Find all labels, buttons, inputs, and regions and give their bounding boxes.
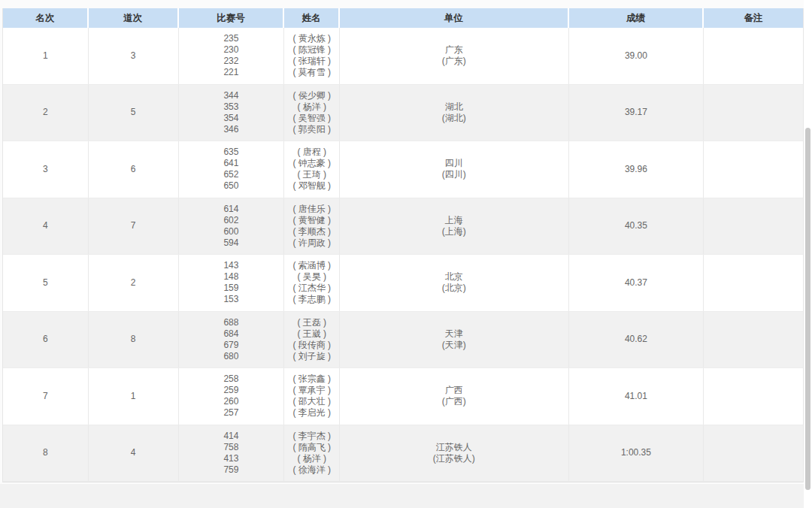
- vertical-scrollbar[interactable]: [804, 0, 812, 508]
- result-cell: 1:00.35: [569, 425, 704, 482]
- result-cell: 39.17: [569, 85, 704, 141]
- name-cell: ( 侯少卿 )( 杨洋 )( 吴智强 )( 郭奕阳 ): [284, 85, 340, 141]
- column-header-rank: 名次: [3, 8, 89, 28]
- name-cell: ( 王磊 )( 王崴 )( 段传商 )( 刘子旋 ): [284, 312, 340, 368]
- remark-cell: [704, 425, 803, 482]
- cell-line: 353: [223, 101, 238, 113]
- bib-cell: 344353354346: [179, 85, 285, 141]
- cell-line: ( 侯少卿 ): [292, 90, 331, 101]
- bib-cell: 258259260257: [179, 368, 285, 425]
- unit-cell: 湖北(湖北): [340, 85, 568, 141]
- cell-line: 259: [223, 385, 238, 396]
- table-row: 7 1 258259260257 ( 张宗鑫 )( 覃承宇 )( 邵大壮 )( …: [3, 368, 803, 425]
- remark-cell: [704, 312, 803, 368]
- cell-line: 湖北: [445, 101, 463, 113]
- name-cell: ( 黄永炼 )( 陈冠锋 )( 张瑞轩 )( 莫有雪 ): [284, 28, 340, 84]
- cell-line: 650: [223, 180, 238, 192]
- rank-cell: 4: [3, 198, 89, 255]
- lane-cell: 7: [89, 198, 179, 255]
- table-row: 5 2 143148159153 ( 索涵博 )( 吴昊 )( 江杰华 )( 李…: [3, 255, 803, 312]
- column-header-name: 姓名: [284, 8, 340, 28]
- cell-line: 354: [223, 113, 238, 124]
- cell-line: 602: [223, 215, 238, 226]
- cell-line: 上海: [445, 215, 463, 226]
- table-header-row: 名次 道次 比赛号 姓名 单位 成绩 备注: [3, 8, 803, 28]
- cell-line: 257: [223, 407, 238, 419]
- remark-cell: [704, 141, 803, 198]
- bib-cell: 635641652650: [179, 141, 285, 198]
- cell-line: 260: [223, 396, 238, 407]
- cell-line: ( 李志鹏 ): [292, 294, 331, 305]
- cell-line: 688: [223, 317, 238, 328]
- cell-line: ( 吴智强 ): [292, 113, 331, 124]
- cell-line: 758: [223, 442, 238, 453]
- lane-cell: 4: [89, 425, 179, 482]
- table-row: 2 5 344353354346 ( 侯少卿 )( 杨洋 )( 吴智强 )( 郭…: [3, 85, 803, 142]
- column-header-bib: 比赛号: [179, 8, 285, 28]
- cell-line: ( 覃承宇 ): [292, 385, 331, 396]
- cell-line: 679: [223, 340, 238, 351]
- cell-line: 600: [223, 226, 238, 237]
- lane-cell: 6: [89, 141, 179, 198]
- cell-line: 413: [223, 453, 238, 464]
- cell-line: ( 刘子旋 ): [292, 351, 331, 362]
- name-cell: ( 索涵博 )( 吴昊 )( 江杰华 )( 李志鹏 ): [284, 255, 340, 311]
- cell-line: ( 王琦 ): [297, 169, 326, 180]
- unit-cell: 广西(广西): [340, 368, 568, 425]
- table-body: 1 3 235230232221 ( 黄永炼 )( 陈冠锋 )( 张瑞轩 )( …: [3, 28, 803, 482]
- name-cell: ( 李宇杰 )( 隋高飞 )( 杨洋 )( 徐海洋 ): [284, 425, 340, 482]
- cell-line: ( 莫有雪 ): [292, 67, 331, 78]
- cell-line: ( 李顺杰 ): [292, 226, 331, 237]
- cell-line: ( 邓智舰 ): [292, 180, 331, 192]
- cell-line: (广东): [442, 56, 466, 67]
- unit-cell: 广东(广东): [340, 28, 568, 84]
- cell-line: 四川: [445, 158, 463, 169]
- cell-line: ( 段传商 ): [292, 340, 331, 351]
- cell-line: (广西): [442, 396, 466, 407]
- unit-cell: 四川(四川): [340, 141, 568, 198]
- cell-line: (四川): [442, 169, 466, 180]
- cell-line: ( 张宗鑫 ): [292, 373, 331, 385]
- cell-line: 414: [223, 431, 238, 442]
- result-cell: 40.35: [569, 198, 704, 255]
- rank-cell: 2: [3, 85, 89, 141]
- table-row: 3 6 635641652650 ( 唐程 )( 钟志豪 )( 王琦 )( 邓智…: [3, 141, 803, 198]
- result-cell: 40.37: [569, 255, 704, 311]
- cell-line: 680: [223, 351, 238, 362]
- rank-cell: 6: [3, 312, 89, 368]
- cell-line: ( 李启光 ): [292, 407, 331, 419]
- rank-cell: 3: [3, 141, 89, 198]
- cell-line: 148: [223, 271, 238, 283]
- cell-line: ( 黄永炼 ): [292, 33, 331, 44]
- name-cell: ( 唐程 )( 钟志豪 )( 王琦 )( 邓智舰 ): [284, 141, 340, 198]
- cell-line: (北京): [442, 283, 466, 294]
- cell-line: ( 陈冠锋 ): [292, 44, 331, 56]
- rank-cell: 5: [3, 255, 89, 311]
- bib-cell: 614602600594: [179, 198, 285, 255]
- remark-cell: [704, 368, 803, 425]
- cell-line: ( 钟志豪 ): [292, 158, 331, 169]
- table-footer-strip: [0, 484, 804, 508]
- cell-line: ( 唐程 ): [297, 147, 326, 158]
- lane-cell: 5: [89, 85, 179, 141]
- cell-line: 天津: [445, 328, 463, 340]
- cell-line: 641: [223, 158, 238, 169]
- cell-line: ( 张瑞轩 ): [292, 56, 331, 67]
- table-row: 4 7 614602600594 ( 唐佳乐 )( 黄智健 )( 李顺杰 )( …: [3, 198, 803, 256]
- cell-line: 235: [223, 33, 238, 44]
- remark-cell: [704, 85, 803, 141]
- rank-cell: 1: [3, 28, 89, 84]
- cell-line: 258: [223, 373, 238, 385]
- scrollbar-thumb[interactable]: [805, 128, 810, 490]
- column-header-unit: 单位: [340, 8, 568, 28]
- cell-line: 635: [223, 147, 238, 158]
- remark-cell: [704, 198, 803, 255]
- cell-line: 344: [223, 90, 238, 101]
- lane-cell: 1: [89, 368, 179, 425]
- cell-line: 652: [223, 169, 238, 180]
- rank-cell: 8: [3, 425, 89, 482]
- table-row: 1 3 235230232221 ( 黄永炼 )( 陈冠锋 )( 张瑞轩 )( …: [3, 28, 803, 85]
- cell-line: ( 李宇杰 ): [292, 431, 331, 442]
- name-cell: ( 唐佳乐 )( 黄智健 )( 李顺杰 )( 许周政 ): [284, 198, 340, 255]
- column-header-remark: 备注: [704, 8, 803, 28]
